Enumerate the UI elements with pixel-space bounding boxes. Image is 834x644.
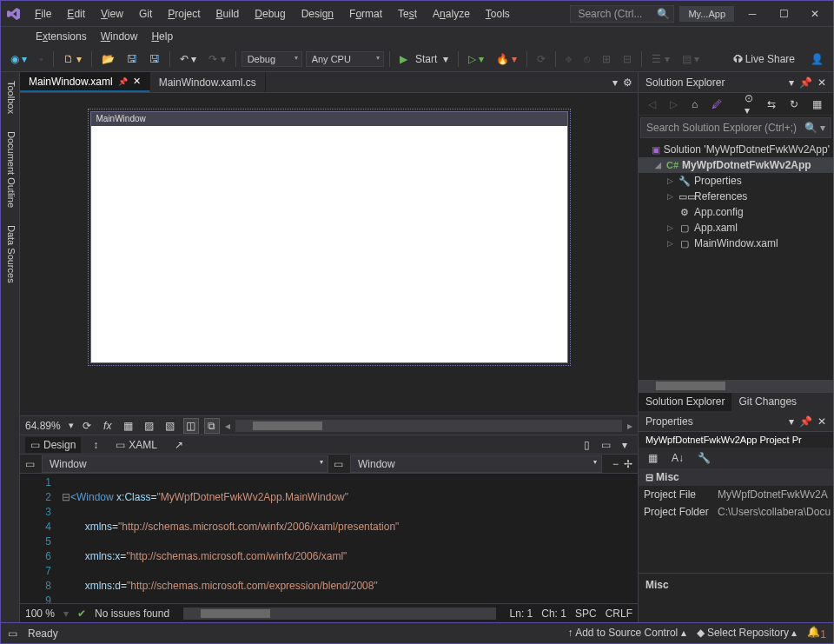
se-pin-icon[interactable]: 📌 <box>799 76 812 89</box>
start-nodebug-button[interactable]: ▷ ▾ <box>464 50 488 68</box>
data-sources-tab[interactable]: Data Sources <box>1 216 19 292</box>
tree-project[interactable]: ◢C#MyWpfDotnetFwkWv2App <box>639 157 833 173</box>
snap-icon[interactable]: ▧ <box>162 418 178 434</box>
tree-solution[interactable]: ▣Solution 'MyWpfDotnetFwkWv2App' <box>639 142 833 157</box>
popout-icon[interactable]: ↗ <box>169 437 189 453</box>
tab-gear-icon[interactable]: ⚙ <box>623 76 632 89</box>
new-project-button[interactable]: 🗋 ▾ <box>59 50 86 68</box>
menu-project[interactable]: Project <box>160 1 208 27</box>
tree-app-xaml[interactable]: ▷▢App.xaml <box>639 220 833 236</box>
se-collapse-icon[interactable]: ⇆ <box>763 96 780 113</box>
minimize-button[interactable]: ─ <box>739 5 765 23</box>
tree-app-config[interactable]: ⚙App.config <box>639 204 833 220</box>
tab-mainwindow-xaml-cs[interactable]: MainWindow.xaml.cs <box>150 72 266 92</box>
refresh-icon[interactable]: ⟳ <box>79 418 95 434</box>
props-cat-icon[interactable]: ▦ <box>644 449 662 467</box>
undo-button[interactable]: ↶ ▾ <box>175 50 201 68</box>
tb-misc2[interactable]: ⊟ <box>619 50 636 68</box>
props-category-misc[interactable]: ⊟ Misc <box>639 468 833 486</box>
se-dropdown-icon[interactable]: ▾ <box>789 76 794 89</box>
tree-mainwindow-xaml[interactable]: ▷▢MainWindow.xaml <box>639 236 833 251</box>
se-home-icon[interactable]: ⌂ <box>687 96 702 113</box>
tb-misc1[interactable]: ⊞ <box>598 50 615 68</box>
device-icon[interactable]: ⧉ <box>204 418 220 434</box>
xaml-minus-icon[interactable]: − <box>612 458 619 470</box>
se-refresh-icon[interactable]: ↻ <box>785 96 803 113</box>
fx-icon[interactable]: fx <box>100 418 116 434</box>
start-debug-button[interactable]: ▶ Start ▾ <box>395 50 453 68</box>
add-source-control[interactable]: ↑ Add to Source Control ▴ <box>567 627 685 639</box>
indent-indicator[interactable]: SPC <box>575 607 597 620</box>
code-hscroll[interactable] <box>183 607 495 620</box>
tree-properties[interactable]: ▷🔧Properties <box>639 173 833 189</box>
props-az-icon[interactable]: A↓ <box>667 449 688 467</box>
menu-extensions[interactable]: Extensions <box>36 27 87 46</box>
menu-format[interactable]: Format <box>341 1 390 27</box>
se-search-input[interactable]: Search Solution Explorer (Ctrl+;) 🔍 ▾ <box>640 117 831 138</box>
eol-indicator[interactable]: CRLF <box>606 607 632 620</box>
props-close-icon[interactable]: ✕ <box>817 415 826 428</box>
xaml-code-editor[interactable]: 123 456 789 ⊟<Window x:Class="MyWpfDotne… <box>20 473 638 603</box>
account-button[interactable]: 👤 <box>806 50 828 68</box>
se-close-icon[interactable]: ✕ <box>817 76 826 89</box>
grid1-icon[interactable]: ▦ <box>121 418 136 434</box>
se-more-icon[interactable]: ⋯ <box>831 96 833 113</box>
se-showall-icon[interactable]: ▦ <box>808 96 826 113</box>
notifications-icon[interactable]: 🔔1 <box>807 626 826 641</box>
menu-edit[interactable]: Edit <box>59 1 93 27</box>
select-repository[interactable]: ◆ Select Repository ▴ <box>697 627 798 639</box>
split-v-icon[interactable]: ▭ <box>598 437 613 453</box>
wpf-preview-window[interactable]: MainWindow <box>90 111 568 363</box>
close-button[interactable]: ✕ <box>802 5 828 23</box>
menu-view[interactable]: View <box>93 1 131 27</box>
menu-build[interactable]: Build <box>208 1 248 27</box>
tree-references[interactable]: ▷▭▭References <box>639 189 833 204</box>
props-row-projectfolder[interactable]: Project FolderC:\Users\collabera\Docu <box>639 503 833 521</box>
sync-button[interactable]: ⟳ <box>533 50 550 68</box>
save-button[interactable]: 🖫 <box>122 50 142 68</box>
se-hscroll[interactable] <box>639 380 833 392</box>
maximize-button[interactable]: ☐ <box>771 5 797 23</box>
se-scope-icon[interactable]: 🖉 <box>707 96 726 113</box>
design-canvas[interactable]: MainWindow <box>20 93 638 415</box>
props-row-projectfile[interactable]: Project FileMyWpfDotnetFwkWv2A <box>639 486 833 503</box>
se-back-icon[interactable]: ◁ <box>644 96 660 113</box>
tb-misc3[interactable]: ☰ ▾ <box>647 50 673 68</box>
se-sync-icon[interactable]: ⊙ ▾ <box>740 90 758 119</box>
live-share-button[interactable]: ⮉ Live Share <box>728 50 799 68</box>
issues-status[interactable]: No issues found <box>95 607 169 620</box>
config-dropdown[interactable]: Debug <box>242 51 302 67</box>
solution-pill[interactable]: My...App <box>679 6 734 22</box>
open-file-button[interactable]: 📂 <box>97 50 119 68</box>
menu-design[interactable]: Design <box>294 1 341 27</box>
step-button[interactable]: ⎆ <box>561 50 576 68</box>
designer-hscroll[interactable] <box>235 420 622 432</box>
redo-button[interactable]: ↷ ▾ <box>204 50 229 68</box>
tb-misc4[interactable]: ▤ ▾ <box>678 50 704 68</box>
scroll-right-icon[interactable]: ▸ <box>627 420 632 432</box>
menu-help[interactable]: Help <box>151 27 173 46</box>
editor-zoom[interactable]: 100 % <box>25 607 55 620</box>
hot-reload-button[interactable]: 🔥 ▾ <box>492 50 521 68</box>
se-fwd-icon[interactable]: ▷ <box>665 96 682 113</box>
close-tab-icon[interactable]: ✕ <box>133 76 141 87</box>
design-tab[interactable]: ▭ Design <box>25 437 81 453</box>
nav-fwd-button[interactable]: ◦ <box>35 50 47 68</box>
tab-solution-explorer[interactable]: Solution Explorer <box>639 393 731 411</box>
grid2-icon[interactable]: ▨ <box>142 418 157 434</box>
zoom-level[interactable]: 64.89% <box>25 420 61 432</box>
nav-back-button[interactable]: ◉ ▾ <box>6 50 31 68</box>
collapse-icon[interactable]: ▾ <box>617 437 632 453</box>
code-body[interactable]: ⊟<Window x:Class="MyWpfDotnetFwkWv2App.M… <box>58 474 638 603</box>
xaml-plus-icon[interactable]: ✢ <box>624 458 632 470</box>
menu-analyze[interactable]: Analyze <box>425 1 478 27</box>
props-pin-icon[interactable]: 📌 <box>799 415 812 428</box>
tab-mainwindow-xaml[interactable]: MainWindow.xaml 📌 ✕ <box>20 72 150 92</box>
bp-button[interactable]: ⎋ <box>579 50 594 68</box>
props-dropdown-icon[interactable]: ▾ <box>789 415 794 428</box>
menu-file[interactable]: File <box>27 1 59 27</box>
search-input[interactable]: Search (Ctrl... 🔍 <box>570 5 674 23</box>
tab-git-changes[interactable]: Git Changes <box>731 393 804 411</box>
snap-lines-icon[interactable]: ◫ <box>183 418 199 434</box>
save-all-button[interactable]: 🖫 <box>145 50 164 68</box>
